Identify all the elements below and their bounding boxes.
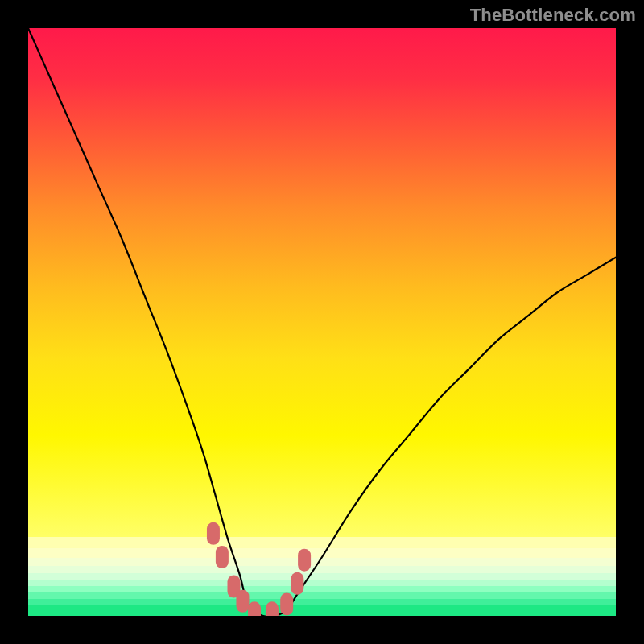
floor-marker xyxy=(298,549,311,572)
floor-marker xyxy=(266,601,279,616)
chart-frame: TheBottleneck.com xyxy=(0,0,644,644)
floor-marker xyxy=(291,572,303,595)
watermark-text: TheBottleneck.com xyxy=(470,5,636,26)
floor-marker xyxy=(216,546,229,568)
plot-area xyxy=(28,28,616,616)
floor-marker xyxy=(280,592,293,615)
floor-markers xyxy=(28,28,616,616)
floor-marker xyxy=(236,590,249,613)
floor-marker xyxy=(207,522,220,545)
floor-marker xyxy=(248,601,261,616)
